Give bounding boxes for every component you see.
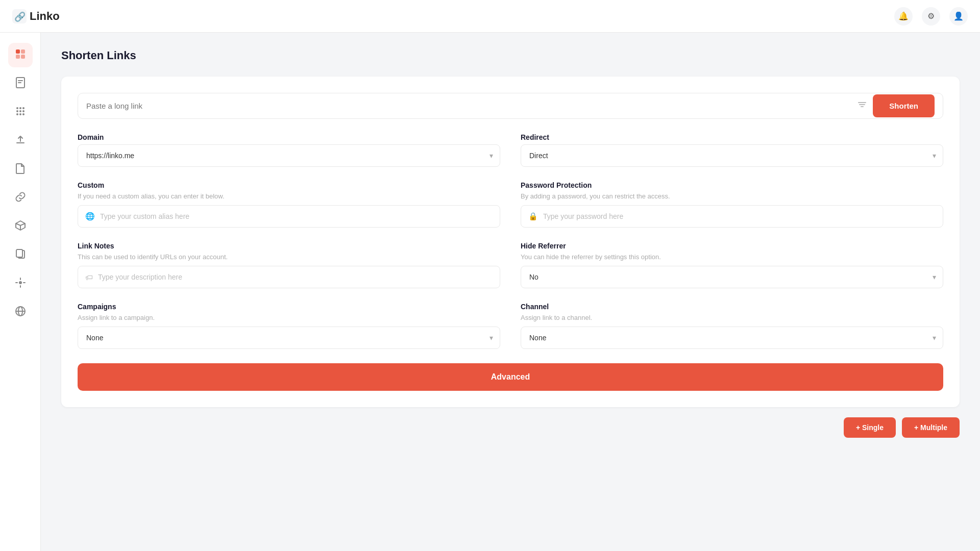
url-input[interactable]	[86, 93, 851, 118]
svg-point-12	[16, 110, 18, 112]
sidebar-item-globe[interactable]	[8, 300, 33, 324]
copy-icon	[15, 248, 26, 262]
pages-icon	[15, 77, 26, 91]
bell-icon: 🔔	[898, 11, 909, 21]
file-icon	[16, 163, 25, 177]
svg-rect-2	[16, 49, 20, 54]
main-content: Shorten Links Shorten Domain https://lin…	[41, 33, 980, 551]
svg-rect-8	[18, 82, 21, 83]
domain-label: Domain	[78, 133, 500, 141]
hide-referrer-hint: You can hide the referrer by settings th…	[521, 253, 943, 261]
hide-referrer-label: Hide Referrer	[521, 242, 943, 250]
sidebar-item-copy[interactable]	[8, 243, 33, 267]
link-notes-group: Link Notes This can be used to identify …	[78, 242, 500, 288]
svg-rect-3	[21, 49, 25, 54]
lock-icon: 🔒	[528, 212, 538, 221]
password-input[interactable]	[543, 206, 936, 227]
tag-icon: 🏷	[85, 273, 93, 282]
campaigns-select-wrapper: None ▾	[78, 327, 500, 349]
page-title: Shorten Links	[61, 49, 960, 62]
logo-text: Linko	[30, 10, 60, 23]
link-notes-input[interactable]	[98, 266, 493, 288]
box-icon	[15, 220, 26, 234]
globe-small-icon: 🌐	[85, 212, 95, 221]
link-notes-input-wrapper: 🏷	[78, 266, 500, 288]
campaigns-label: Campaigns	[78, 303, 500, 311]
settings-button[interactable]: ⚙	[922, 7, 940, 26]
form-grid: Domain https://linko.me ▾ Redirect Direc…	[78, 133, 943, 349]
hide-referrer-group: Hide Referrer You can hide the referrer …	[521, 242, 943, 288]
advanced-button[interactable]: Advanced	[78, 363, 943, 391]
sidebar-item-dashboard[interactable]	[8, 43, 33, 67]
custom-group: Custom If you need a custom alias, you c…	[78, 181, 500, 228]
single-button[interactable]: + Single	[844, 417, 896, 438]
svg-point-11	[22, 107, 24, 109]
redirect-group: Redirect Direct ▾	[521, 133, 943, 167]
dashboard-icon	[15, 48, 26, 62]
hide-referrer-select-wrapper: No Yes ▾	[521, 266, 943, 288]
custom-label: Custom	[78, 181, 500, 189]
svg-rect-21	[16, 249, 22, 257]
channel-hint: Assign link to a channel.	[521, 314, 943, 321]
redirect-label: Redirect	[521, 133, 943, 141]
custom-input-wrapper: 🌐	[78, 205, 500, 228]
sidebar-item-pages[interactable]	[8, 71, 33, 96]
svg-rect-4	[16, 55, 20, 59]
svg-point-10	[19, 107, 21, 109]
user-button[interactable]: 👤	[949, 7, 968, 26]
password-group: Password Protection By adding a password…	[521, 181, 943, 228]
sidebar-item-box[interactable]	[8, 214, 33, 239]
spark-icon	[15, 277, 26, 291]
link-notes-label: Link Notes	[78, 242, 500, 250]
filter-icon[interactable]	[857, 100, 867, 112]
campaigns-select[interactable]: None	[78, 327, 500, 349]
channel-select[interactable]: None	[521, 327, 943, 349]
password-hint: By adding a password, you can restrict t…	[521, 192, 943, 200]
svg-point-22	[19, 281, 22, 284]
upload-icon	[15, 134, 26, 148]
logo-icon: 🔗	[12, 9, 27, 23]
logo: 🔗 Linko	[12, 9, 60, 23]
multiple-button[interactable]: + Multiple	[902, 417, 960, 438]
user-icon: 👤	[953, 11, 964, 21]
domain-select[interactable]: https://linko.me	[78, 144, 500, 167]
hide-referrer-select[interactable]: No Yes	[521, 266, 943, 288]
svg-rect-7	[18, 80, 23, 81]
notification-button[interactable]: 🔔	[894, 7, 913, 26]
redirect-select-wrapper: Direct ▾	[521, 144, 943, 167]
topbar-actions: 🔔 ⚙ 👤	[894, 7, 968, 26]
password-input-wrapper: 🔒	[521, 205, 943, 228]
password-label: Password Protection	[521, 181, 943, 189]
bottom-actions: + Single + Multiple	[61, 417, 960, 438]
grid-icon	[15, 106, 26, 119]
globe-icon	[15, 306, 26, 319]
svg-point-15	[16, 113, 18, 115]
custom-hint: If you need a custom alias, you can ente…	[78, 192, 500, 200]
svg-point-16	[19, 113, 21, 115]
campaigns-hint: Assign link to a campaign.	[78, 314, 500, 321]
domain-select-wrapper: https://linko.me ▾	[78, 144, 500, 167]
channel-label: Channel	[521, 303, 943, 311]
campaigns-group: Campaigns Assign link to a campaign. Non…	[78, 303, 500, 349]
domain-group: Domain https://linko.me ▾	[78, 133, 500, 167]
sidebar-item-upload[interactable]	[8, 129, 33, 153]
sidebar-item-file[interactable]	[8, 157, 33, 182]
shorten-card: Shorten Domain https://linko.me ▾ Redire…	[61, 77, 960, 407]
sidebar-item-link[interactable]	[8, 186, 33, 210]
svg-text:🔗: 🔗	[14, 11, 26, 22]
redirect-select[interactable]: Direct	[521, 144, 943, 167]
svg-point-13	[19, 110, 21, 112]
link-icon	[15, 191, 26, 205]
gear-icon: ⚙	[927, 11, 935, 21]
url-bar: Shorten	[78, 93, 943, 119]
sidebar-item-grid[interactable]	[8, 100, 33, 124]
sidebar-item-spark[interactable]	[8, 271, 33, 296]
sidebar	[0, 33, 41, 551]
svg-point-9	[16, 107, 18, 109]
link-notes-hint: This can be used to identify URLs on you…	[78, 253, 500, 261]
svg-point-14	[22, 110, 24, 112]
custom-alias-input[interactable]	[100, 206, 493, 227]
svg-rect-5	[21, 55, 25, 59]
channel-group: Channel Assign link to a channel. None ▾	[521, 303, 943, 349]
shorten-button[interactable]: Shorten	[873, 94, 935, 117]
